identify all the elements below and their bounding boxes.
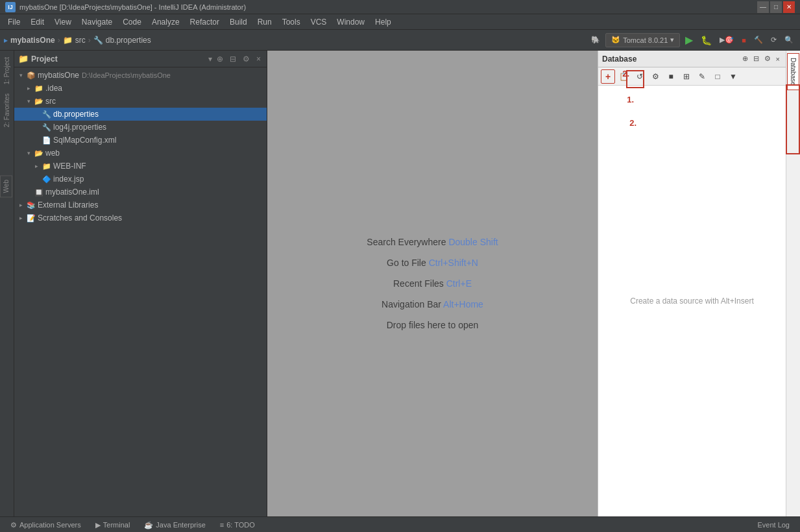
search-everywhere-button[interactable]: 🔍 <box>782 32 796 48</box>
database-panel-title: Database <box>602 54 739 64</box>
menu-code[interactable]: Code <box>117 14 147 30</box>
menu-window[interactable]: Window <box>332 14 370 30</box>
stop-button[interactable]: ■ <box>739 32 749 48</box>
update-button[interactable]: ⟳ <box>768 32 779 48</box>
tree-item-src[interactable]: ▾ 📂 src <box>14 95 267 108</box>
gradle-icon[interactable]: 🐘 <box>588 32 603 48</box>
menu-bar: File Edit View Navigate Code Analyze Ref… <box>0 14 800 30</box>
db-add-button[interactable]: + <box>601 69 615 84</box>
folder-icon-idea: 📁 <box>34 83 44 93</box>
expand-arrow-idea: ▸ <box>25 84 32 92</box>
db-schema-button[interactable]: ⚙ <box>648 69 662 84</box>
run-config-selector[interactable]: 🐱 Tomcat 8.0.21 ▾ <box>605 33 680 47</box>
db-table-button[interactable]: 📋 <box>616 69 631 84</box>
editor-area: Search Everywhere Double Shift Go to Fil… <box>267 51 598 516</box>
minimize-button[interactable]: — <box>757 1 769 13</box>
settings-button[interactable]: ⚙ <box>241 54 252 64</box>
tree-item-iml[interactable]: 🔲 mybatisOne.iml <box>14 186 267 199</box>
db-collapse-button[interactable]: ⊟ <box>751 54 761 64</box>
sidebar-item-structure[interactable] <box>0 394 3 402</box>
folder-icon-webinf: 📁 <box>42 161 52 171</box>
breadcrumb-icon-project: ▸ <box>4 36 8 45</box>
database-side-tab[interactable]: Database <box>787 53 799 90</box>
tab-terminal-label: Terminal <box>103 521 130 529</box>
menu-help[interactable]: Help <box>370 14 396 30</box>
db-stop-button[interactable]: ■ <box>664 69 678 84</box>
debug-button[interactable]: 🐛 <box>698 32 714 48</box>
hint-drop-files: Drop files here to open <box>387 320 479 330</box>
event-log-link[interactable]: Event Log <box>751 517 796 533</box>
title-bar: IJ mybatisOne [D:\IdeaProjects\mybatisOn… <box>0 0 800 14</box>
menu-edit[interactable]: Edit <box>25 14 49 30</box>
menu-tools[interactable]: Tools <box>277 14 306 30</box>
tree-label-scratches: Scratches and Consoles <box>38 213 122 223</box>
db-grid-button[interactable]: ⊞ <box>679 69 694 84</box>
scratches-icon: 📝 <box>26 213 36 223</box>
menu-refactor[interactable]: Refactor <box>185 14 224 30</box>
folder-icon-web: 📂 <box>34 148 44 158</box>
dropdown-icon: ▾ <box>670 36 674 44</box>
db-refresh-button[interactable]: ↺ <box>633 69 647 84</box>
web-side-tab[interactable]: Web <box>0 175 12 197</box>
file-icon-log4j: 🔧 <box>42 122 52 132</box>
ext-libs-icon: 📚 <box>26 200 36 210</box>
sidebar-item-favorites[interactable]: 2: Favorites <box>2 90 12 131</box>
window-controls: — □ ✕ <box>757 1 795 13</box>
breadcrumb-src: src <box>75 36 86 45</box>
tab-app-servers[interactable]: ⚙ Application Servers <box>4 517 88 533</box>
tab-terminal[interactable]: ▶ Terminal <box>89 517 137 533</box>
tree-label-idea: .idea <box>45 84 62 93</box>
tree-item-db-properties[interactable]: 🔧 db.properties <box>14 108 267 121</box>
sync-button[interactable]: ⊕ <box>215 54 225 64</box>
db-settings-button[interactable]: ⚙ <box>762 54 773 64</box>
tree-item-sqlmap[interactable]: 📄 SqlMapConfig.xml <box>14 134 267 147</box>
toolbar-actions: 🐘 🐱 Tomcat 8.0.21 ▾ ▶ 🐛 ▶🎯 ■ 🔨 ⟳ 🔍 <box>588 32 796 48</box>
run-button[interactable]: ▶ <box>683 32 696 48</box>
maximize-button[interactable]: □ <box>770 1 782 13</box>
tree-item-webinf[interactable]: ▸ 📁 WEB-INF <box>14 160 267 173</box>
db-edit-button[interactable]: ✎ <box>695 69 709 84</box>
expand-arrow-scratches: ▸ <box>17 214 25 222</box>
tree-label-root: mybatisOne <box>38 71 79 80</box>
db-empty-text: Create a data source with Alt+Insert <box>630 296 753 306</box>
run-coverage-button[interactable]: ▶🎯 <box>717 32 736 48</box>
menu-vcs[interactable]: VCS <box>306 14 332 30</box>
tree-item-web[interactable]: ▾ 📂 web <box>14 147 267 160</box>
tree-item-idea[interactable]: ▸ 📁 .idea <box>14 82 267 95</box>
left-vertical-tabs: Web <box>0 175 14 197</box>
menu-view[interactable]: View <box>49 14 77 30</box>
hide-button[interactable]: × <box>254 54 263 64</box>
tab-java-enterprise[interactable]: ☕ Java Enterprise <box>138 517 212 533</box>
tab-todo[interactable]: ≡ 6: TODO <box>213 517 261 533</box>
menu-run[interactable]: Run <box>252 14 277 30</box>
tree-item-index-jsp[interactable]: 🔷 index.jsp <box>14 173 267 186</box>
tree-item-ext-libs[interactable]: ▸ 📚 External Libraries <box>14 199 267 212</box>
database-empty-message: Create a data source with Alt+Insert <box>598 86 786 516</box>
project-tree[interactable]: ▾ 📦 mybatisOne D:\IdeaProjects\mybatisOn… <box>14 67 267 516</box>
window-title: mybatisOne [D:\IdeaProjects\mybatisOne] … <box>19 3 246 11</box>
sidebar-item-project[interactable]: 1: Project <box>2 53 12 88</box>
menu-build[interactable]: Build <box>224 14 252 30</box>
tree-item-log4j[interactable]: 🔧 log4j.properties <box>14 121 267 134</box>
db-filter-button[interactable]: ▼ <box>726 69 740 84</box>
tree-item-scratches[interactable]: ▸ 📝 Scratches and Consoles <box>14 212 267 224</box>
build-project-button[interactable]: 🔨 <box>751 32 766 48</box>
menu-analyze[interactable]: Analyze <box>147 14 185 30</box>
tree-item-root[interactable]: ▾ 📦 mybatisOne D:\IdeaProjects\mybatisOn… <box>14 69 267 82</box>
expand-arrow-extlibs: ▸ <box>17 201 25 209</box>
tree-label-db-properties: db.properties <box>53 110 99 119</box>
db-new-console-button[interactable]: ⊕ <box>740 54 750 64</box>
hint-nav-bar: Navigation Bar Alt+Home <box>382 299 483 309</box>
breadcrumb: ▸ mybatisOne › 📁 src › 🔧 db.properties <box>4 36 586 45</box>
tab-java-label: Java Enterprise <box>156 521 205 529</box>
menu-file[interactable]: File <box>3 14 25 30</box>
database-toolbar: + 📋 ↺ ⚙ ■ ⊞ ✎ □ ▼ <box>598 67 786 86</box>
hint-goto-shortcut: Ctrl+Shift+N <box>429 258 478 268</box>
db-expand-button[interactable]: □ <box>710 69 725 84</box>
menu-navigate[interactable]: Navigate <box>77 14 117 30</box>
close-button[interactable]: ✕ <box>783 1 795 13</box>
hint-recent-text: Recent Files <box>393 278 446 289</box>
collapse-button[interactable]: ⊟ <box>228 54 238 64</box>
hint-nav-text: Navigation Bar <box>382 299 443 309</box>
db-hide-button[interactable]: × <box>774 54 782 64</box>
